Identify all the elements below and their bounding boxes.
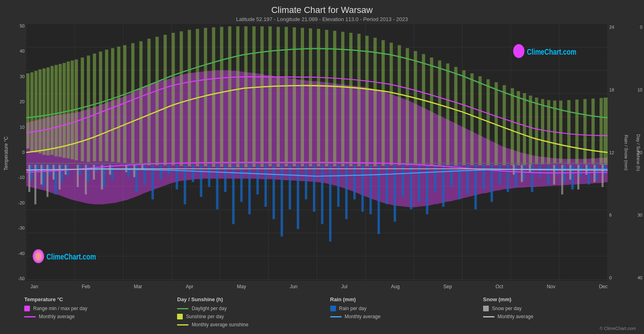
svg-rect-33	[59, 64, 62, 157]
svg-rect-160	[450, 165, 453, 187]
x-month-jan: Jan	[30, 284, 38, 289]
svg-rect-198	[553, 165, 555, 185]
y-axis-right: 24 18 12 6 0 Day / Sunshine (h) 0 10 20 …	[608, 24, 644, 281]
svg-rect-180	[28, 165, 30, 192]
svg-rect-94	[517, 91, 520, 165]
svg-rect-148	[353, 165, 356, 199]
svg-rect-204	[602, 165, 604, 187]
svg-rect-189	[93, 165, 95, 180]
svg-rect-26	[30, 72, 34, 151]
svg-rect-122	[144, 165, 146, 185]
legend-label-snow-day: Snow per day	[492, 306, 522, 311]
svg-rect-28	[38, 69, 42, 153]
svg-rect-95	[523, 93, 526, 165]
svg-rect-43	[111, 48, 114, 162]
svg-rect-99	[547, 100, 550, 164]
y-axis-right-rain-label: Rain / Snow (mm)	[624, 134, 629, 170]
svg-text:ClimeChart.com: ClimeChart.com	[527, 47, 576, 56]
svg-rect-142	[305, 165, 307, 199]
svg-rect-134	[240, 165, 243, 202]
svg-rect-35	[67, 62, 70, 158]
svg-text:ClimeChart.com: ClimeChart.com	[46, 253, 96, 262]
svg-rect-50	[164, 35, 167, 165]
svg-rect-64	[277, 27, 280, 167]
svg-rect-55	[204, 28, 207, 166]
svg-rect-88	[470, 73, 473, 165]
svg-rect-80	[406, 48, 409, 165]
svg-rect-176	[579, 165, 582, 177]
legend-item-temp-avg: Monthly average	[24, 314, 177, 319]
svg-rect-184	[53, 165, 55, 180]
svg-rect-124	[160, 165, 162, 180]
svg-rect-144	[321, 165, 323, 224]
chart-title: Climate Chart for Warsaw	[0, 5, 644, 15]
svg-rect-133	[232, 165, 234, 224]
legend-rect-temp-range	[24, 306, 30, 311]
y-tick-right-sunshine-24: 24	[609, 25, 614, 30]
svg-rect-171	[539, 165, 541, 177]
svg-rect-139	[281, 165, 283, 236]
legend-item-rain-avg: Monthly average	[330, 314, 483, 319]
svg-rect-31	[51, 66, 54, 155]
svg-rect-34	[63, 63, 66, 157]
legend-rect-snow-day	[483, 306, 489, 311]
y-tick-right-rain-0: 0	[640, 25, 642, 30]
svg-rect-74	[357, 34, 361, 166]
svg-rect-141	[297, 165, 299, 229]
svg-rect-162	[466, 165, 469, 194]
svg-rect-63	[268, 26, 272, 166]
x-month-aug: Aug	[391, 284, 399, 289]
legend-title-rain: Rain (mm)	[330, 296, 483, 302]
y-tick-right-rain-20: 20	[638, 150, 642, 155]
legend-rect-sunshine-day	[177, 314, 183, 319]
svg-rect-177	[587, 165, 590, 185]
svg-rect-107	[604, 98, 608, 165]
svg-rect-85	[446, 64, 450, 166]
svg-rect-76	[374, 38, 377, 166]
svg-rect-49	[156, 37, 159, 166]
svg-rect-146	[337, 165, 340, 207]
svg-rect-196	[521, 165, 523, 182]
legend-item-sunshine-day: Sunshine per day	[177, 314, 330, 319]
svg-rect-97	[535, 98, 538, 164]
svg-rect-172	[547, 165, 549, 185]
x-month-may: May	[237, 284, 246, 289]
svg-rect-137	[264, 165, 267, 207]
svg-rect-140	[289, 165, 291, 209]
svg-rect-197	[529, 165, 531, 172]
legend-line-temp-avg	[24, 316, 36, 317]
y-ticks-left: 50 40 30 20 10 0 -10 -20 -30 -40 -50	[18, 24, 25, 281]
svg-rect-152	[386, 165, 388, 204]
legend-label-sunshine-day: Sunshine per day	[186, 314, 224, 319]
svg-rect-56	[212, 28, 215, 167]
legend-line-daylight	[177, 308, 188, 309]
svg-rect-113	[61, 165, 63, 182]
svg-rect-61	[252, 26, 255, 167]
legend-item-rain-day: Rain per day	[330, 306, 483, 311]
x-months: Jan Feb Mar Apr May Jun Jul Aug Sep Oct …	[26, 281, 612, 292]
svg-rect-62	[260, 26, 264, 167]
svg-rect-110	[42, 165, 45, 187]
svg-rect-45	[123, 45, 127, 163]
svg-rect-77	[382, 40, 385, 166]
svg-rect-30	[46, 67, 50, 155]
svg-point-207	[33, 249, 44, 263]
svg-rect-175	[571, 165, 574, 189]
svg-rect-166	[498, 165, 501, 185]
legend-item-daylight: Daylight per day	[177, 306, 330, 311]
x-month-jul: Jul	[341, 284, 347, 289]
svg-rect-79	[398, 45, 401, 166]
svg-point-209	[513, 44, 524, 58]
y-tick-right-sunshine-18: 18	[609, 87, 614, 92]
svg-rect-109	[36, 165, 39, 172]
svg-rect-182	[40, 165, 42, 185]
legend-label-sunshine-avg: Monthly average sunshine	[192, 322, 248, 328]
svg-rect-149	[361, 165, 364, 212]
legend-label-daylight: Daylight per day	[192, 306, 227, 311]
svg-rect-98	[541, 99, 544, 164]
y-axis-left: Temperature °C 50 40 30 20 10 0 -10 -20 …	[0, 24, 26, 281]
legend-line-sunshine-avg	[177, 324, 188, 325]
svg-rect-66	[293, 28, 296, 166]
copyright: © ClimeChart.com	[483, 322, 636, 331]
svg-rect-120	[127, 165, 130, 177]
